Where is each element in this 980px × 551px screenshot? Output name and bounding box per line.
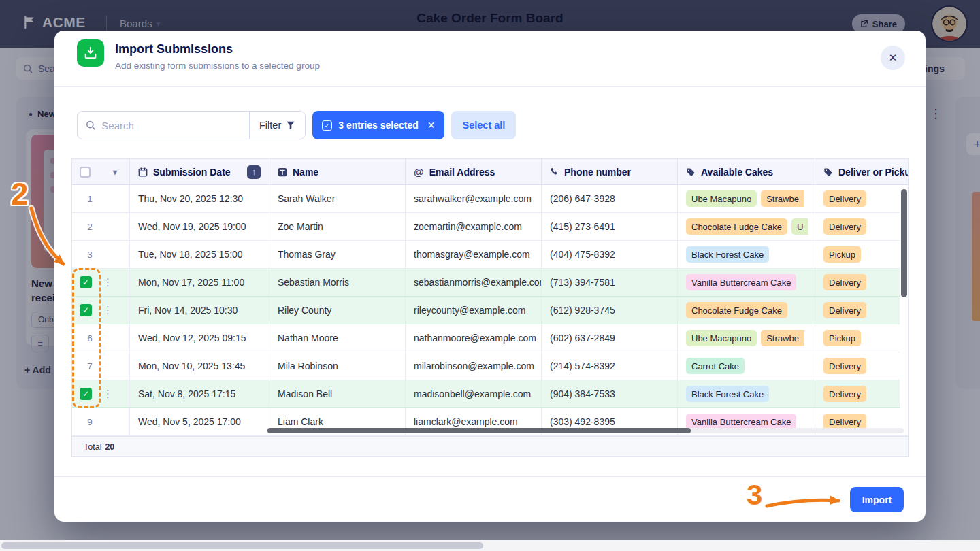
row-select-cell[interactable]: ✓ ⋮ 8 <box>72 380 130 407</box>
cell-date: Wed, Nov 19, 2025 19:00 <box>130 213 270 240</box>
table-row[interactable]: ✓ ⋮ 3 Tue, Nov 18, 2025 15:00 Thomas Gra… <box>72 241 908 269</box>
cell-name: Riley County <box>270 297 406 324</box>
row-checkbox-checked[interactable]: ✓ <box>80 276 92 288</box>
modal-header: Import Submissions Add existing form sub… <box>54 31 926 87</box>
chevron-down-icon[interactable]: ▾ <box>113 167 117 177</box>
import-button[interactable]: Import <box>850 487 904 512</box>
row-checkbox-checked[interactable]: ✓ <box>80 304 92 316</box>
tag: Black Forest Cake <box>686 386 769 402</box>
cell-email: thomasgray@example.com <box>406 241 542 268</box>
tag: Delivery <box>823 386 866 402</box>
cell-cakes: Chocolate Fudge Cake <box>678 297 815 324</box>
modal-footer: Import <box>54 476 926 522</box>
select-all-button[interactable]: Select all <box>451 111 516 139</box>
tag: Delivery <box>823 302 866 318</box>
row-menu-icon[interactable]: ⋮ <box>103 388 113 400</box>
sort-indicator[interactable]: ↑ <box>247 165 261 179</box>
row-select-cell[interactable]: ✓ ⋮ 1 <box>72 185 130 212</box>
table-row[interactable]: ✓ ⋮ 7 Mon, Nov 10, 2025 13:45 Mila Robin… <box>72 352 908 380</box>
tag: Strawbe <box>761 330 804 346</box>
filter-funnel-icon <box>286 120 295 130</box>
tag-icon <box>823 167 833 177</box>
row-select-cell[interactable]: ✓ ⋮ 2 <box>72 213 130 240</box>
cell-phone: (404) 475-8392 <box>542 241 678 268</box>
table-row[interactable]: ✓ ⋮ 6 Wed, Nov 12, 2025 09:15 Nathan Moo… <box>72 324 908 352</box>
clear-selection-icon[interactable]: ✕ <box>427 120 436 131</box>
cell-deliver: Delivery <box>815 380 908 407</box>
col-submission-date[interactable]: Submission Date ↑ <box>130 159 270 184</box>
cell-name: Thomas Gray <box>270 241 406 268</box>
cell-deliver: Delivery <box>815 213 908 240</box>
col-phone[interactable]: Phone number <box>542 159 678 184</box>
calendar-icon <box>138 167 148 177</box>
phone-icon <box>550 167 559 176</box>
row-number: 7 <box>84 361 96 371</box>
tag: Chocolate Fudge Cake <box>686 218 787 235</box>
table-row[interactable]: ✓ ⋮ 4 Mon, Nov 17, 2025 11:00 Sebastian … <box>72 269 908 297</box>
checkbox-icon: ✓ <box>322 120 332 131</box>
row-number: 3 <box>84 250 96 260</box>
row-number: 1 <box>84 194 96 204</box>
cell-cakes: Black Forest Cake <box>678 241 815 268</box>
tag: Ube Macapuno <box>686 330 757 346</box>
row-select-cell[interactable]: ✓ ⋮ 9 <box>72 408 130 435</box>
total-value: 20 <box>105 442 114 452</box>
cell-phone: (415) 273-6491 <box>542 213 678 240</box>
table-row[interactable]: ✓ ⋮ 2 Wed, Nov 19, 2025 19:00 Zoe Martin… <box>72 213 908 241</box>
row-select-cell[interactable]: ✓ ⋮ 5 <box>72 297 130 324</box>
cell-date: Mon, Nov 10, 2025 13:45 <box>130 352 270 380</box>
filter-button[interactable]: Filter <box>249 112 305 139</box>
at-icon: @ <box>414 166 424 178</box>
vertical-scrollbar-thumb[interactable] <box>901 189 907 297</box>
page-scrollbar-thumb[interactable] <box>1 542 483 549</box>
entries-selected-chip[interactable]: ✓ 3 entries selected ✕ <box>312 111 444 139</box>
cell-email: zoemartin@example.com <box>406 213 542 240</box>
table-row[interactable]: ✓ ⋮ 5 Fri, Nov 14, 2025 10:30 Riley Coun… <box>72 297 908 324</box>
tag: Delivery <box>823 274 866 290</box>
cell-cakes: Black Forest Cake <box>678 380 815 407</box>
cell-name: Mila Robinson <box>270 352 406 380</box>
tag: Carrot Cake <box>686 358 745 374</box>
close-button[interactable]: ✕ <box>881 46 905 70</box>
filter-label: Filter <box>259 120 281 131</box>
cell-cakes: Carrot Cake <box>678 352 815 380</box>
total-label: Total <box>84 442 101 452</box>
cell-phone: (206) 647-3928 <box>542 185 678 212</box>
row-menu-icon[interactable]: ⋮ <box>103 304 113 316</box>
cell-cakes: Chocolate Fudge CakeU <box>678 213 815 240</box>
cell-email: milarobinson@example.com <box>406 352 542 380</box>
tag: U <box>791 218 808 235</box>
cell-email: madisonbell@example.com <box>406 380 542 407</box>
col-deliver-or-pickup[interactable]: Deliver or Pickup <box>815 159 908 184</box>
table-row[interactable]: ✓ ⋮ 8 Sat, Nov 8, 2025 17:15 Madison Bel… <box>72 380 908 408</box>
row-select-cell[interactable]: ✓ ⋮ 7 <box>72 352 130 380</box>
row-menu-icon[interactable]: ⋮ <box>103 276 113 288</box>
search-input[interactable] <box>101 120 241 131</box>
tag: Delivery <box>823 190 866 207</box>
tag: Delivery <box>823 218 866 235</box>
cell-phone: (602) 637-2849 <box>542 324 678 352</box>
select-all-checkbox[interactable] <box>80 167 91 178</box>
search-box[interactable] <box>78 112 249 139</box>
cell-cakes: Vanilla Buttercream Cake <box>678 269 815 296</box>
cell-date: Wed, Nov 5, 2025 17:00 <box>130 408 270 435</box>
row-number: 2 <box>84 222 96 232</box>
table-body: ✓ ⋮ 1 Thu, Nov 20, 2025 12:30 Sarah Walk… <box>72 185 908 436</box>
cell-name: Madison Bell <box>270 380 406 407</box>
col-available-cakes[interactable]: Available Cakes <box>678 159 815 184</box>
row-select-cell[interactable]: ✓ ⋮ 6 <box>72 324 130 352</box>
cell-phone: (612) 928-3745 <box>542 297 678 324</box>
page-scrollbar[interactable] <box>0 540 980 551</box>
row-select-cell[interactable]: ✓ ⋮ 3 <box>72 241 130 268</box>
col-name[interactable]: Name <box>270 159 406 184</box>
row-number: 9 <box>84 417 96 427</box>
cell-phone: (904) 384-7533 <box>542 380 678 407</box>
row-checkbox-checked[interactable]: ✓ <box>80 388 92 400</box>
cell-deliver: Pickup <box>815 241 908 268</box>
horizontal-scrollbar-thumb[interactable] <box>267 428 691 433</box>
text-field-icon <box>278 167 287 177</box>
col-email[interactable]: @ Email Address <box>406 159 542 184</box>
header-select-cell[interactable]: ▾ <box>72 159 130 184</box>
row-select-cell[interactable]: ✓ ⋮ 4 <box>72 269 130 296</box>
table-row[interactable]: ✓ ⋮ 1 Thu, Nov 20, 2025 12:30 Sarah Walk… <box>72 185 908 213</box>
